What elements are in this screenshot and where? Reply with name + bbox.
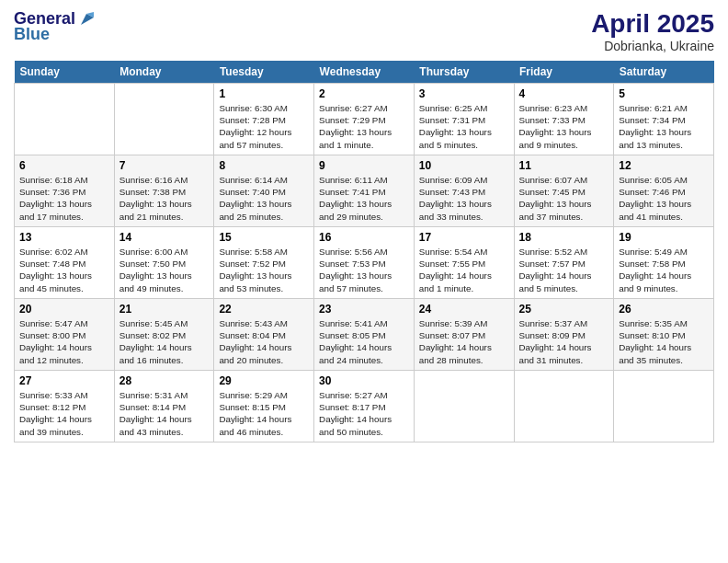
calendar-cell: 3Sunrise: 6:25 AMSunset: 7:31 PMDaylight… (414, 84, 514, 155)
calendar-cell: 21Sunrise: 5:45 AMSunset: 8:02 PMDayligh… (114, 299, 214, 371)
day-number: 7 (119, 159, 210, 172)
cell-details: Sunrise: 6:14 AMSunset: 7:40 PMDaylight:… (219, 174, 309, 223)
calendar-cell: 29Sunrise: 5:29 AMSunset: 8:15 PMDayligh… (214, 371, 314, 442)
day-number: 17 (419, 231, 509, 244)
calendar-cell: 28Sunrise: 5:31 AMSunset: 8:14 PMDayligh… (114, 371, 214, 442)
calendar-cell (114, 84, 214, 155)
day-number: 18 (519, 231, 609, 244)
calendar-cell: 20Sunrise: 5:47 AMSunset: 8:00 PMDayligh… (15, 299, 115, 371)
col-header-wednesday: Wednesday (314, 61, 415, 84)
cell-details: Sunrise: 6:11 AMSunset: 7:41 PMDaylight:… (319, 174, 409, 223)
day-number: 28 (119, 374, 210, 387)
calendar-cell: 17Sunrise: 5:54 AMSunset: 7:55 PMDayligh… (414, 227, 514, 299)
day-number: 29 (219, 374, 309, 387)
week-row-1: 1Sunrise: 6:30 AMSunset: 7:28 PMDaylight… (15, 84, 714, 155)
day-number: 3 (419, 87, 509, 100)
cell-details: Sunrise: 5:43 AMSunset: 8:04 PMDaylight:… (219, 317, 309, 366)
calendar-cell: 2Sunrise: 6:27 AMSunset: 7:29 PMDaylight… (314, 84, 415, 155)
calendar-cell: 16Sunrise: 5:56 AMSunset: 7:53 PMDayligh… (314, 227, 415, 299)
calendar-cell: 6Sunrise: 6:18 AMSunset: 7:36 PMDaylight… (15, 155, 115, 227)
calendar-cell: 10Sunrise: 6:09 AMSunset: 7:43 PMDayligh… (414, 155, 514, 227)
calendar-cell: 22Sunrise: 5:43 AMSunset: 8:04 PMDayligh… (214, 299, 314, 371)
col-header-tuesday: Tuesday (214, 61, 314, 84)
calendar-cell: 25Sunrise: 5:37 AMSunset: 8:09 PMDayligh… (514, 299, 614, 371)
day-number: 23 (319, 303, 409, 316)
cell-details: Sunrise: 6:02 AMSunset: 7:48 PMDaylight:… (19, 246, 109, 294)
cell-details: Sunrise: 5:45 AMSunset: 8:02 PMDaylight:… (119, 317, 210, 366)
day-number: 22 (219, 303, 309, 316)
cell-details: Sunrise: 6:23 AMSunset: 7:33 PMDaylight:… (519, 102, 609, 151)
cell-details: Sunrise: 6:25 AMSunset: 7:31 PMDaylight:… (419, 102, 509, 151)
day-number: 10 (419, 159, 509, 172)
week-row-5: 27Sunrise: 5:33 AMSunset: 8:12 PMDayligh… (15, 371, 714, 442)
cell-details: Sunrise: 6:16 AMSunset: 7:38 PMDaylight:… (119, 174, 210, 223)
day-number: 12 (619, 159, 709, 172)
calendar-cell: 11Sunrise: 6:07 AMSunset: 7:45 PMDayligh… (514, 155, 614, 227)
logo: General Blue (14, 9, 97, 44)
day-number: 26 (619, 303, 709, 316)
col-header-friday: Friday (514, 61, 614, 84)
calendar-cell: 8Sunrise: 6:14 AMSunset: 7:40 PMDaylight… (214, 155, 314, 227)
week-row-2: 6Sunrise: 6:18 AMSunset: 7:36 PMDaylight… (15, 155, 714, 227)
col-header-monday: Monday (114, 61, 214, 84)
cell-details: Sunrise: 5:31 AMSunset: 8:14 PMDaylight:… (119, 389, 210, 438)
title-area: April 2025 Dobrianka, Ukraine (591, 9, 714, 53)
day-number: 14 (119, 231, 210, 244)
cell-details: Sunrise: 5:41 AMSunset: 8:05 PMDaylight:… (319, 317, 409, 366)
cell-details: Sunrise: 6:05 AMSunset: 7:46 PMDaylight:… (619, 174, 709, 223)
cell-details: Sunrise: 5:29 AMSunset: 8:15 PMDaylight:… (219, 389, 309, 438)
calendar-cell: 30Sunrise: 5:27 AMSunset: 8:17 PMDayligh… (314, 371, 415, 442)
calendar-cell: 18Sunrise: 5:52 AMSunset: 7:57 PMDayligh… (514, 227, 614, 299)
day-number: 5 (619, 87, 709, 100)
col-header-sunday: Sunday (15, 61, 115, 84)
cell-details: Sunrise: 6:00 AMSunset: 7:50 PMDaylight:… (119, 246, 210, 294)
day-number: 16 (319, 231, 409, 244)
calendar-cell (514, 371, 614, 442)
logo-icon (77, 8, 97, 29)
calendar-table: SundayMondayTuesdayWednesdayThursdayFrid… (14, 61, 714, 442)
cell-details: Sunrise: 6:18 AMSunset: 7:36 PMDaylight:… (19, 174, 109, 223)
calendar-cell (15, 84, 115, 155)
calendar-cell: 5Sunrise: 6:21 AMSunset: 7:34 PMDaylight… (614, 84, 714, 155)
day-number: 2 (319, 87, 409, 100)
day-number: 13 (19, 231, 109, 244)
cell-details: Sunrise: 5:52 AMSunset: 7:57 PMDaylight:… (519, 246, 609, 294)
day-number: 4 (519, 87, 609, 100)
calendar-cell: 13Sunrise: 6:02 AMSunset: 7:48 PMDayligh… (15, 227, 115, 299)
day-number: 27 (19, 374, 109, 387)
calendar-cell: 23Sunrise: 5:41 AMSunset: 8:05 PMDayligh… (314, 299, 415, 371)
day-number: 11 (519, 159, 609, 172)
calendar-cell: 4Sunrise: 6:23 AMSunset: 7:33 PMDaylight… (514, 84, 614, 155)
col-header-thursday: Thursday (414, 61, 514, 84)
calendar-cell (614, 371, 714, 442)
cell-details: Sunrise: 6:21 AMSunset: 7:34 PMDaylight:… (619, 102, 709, 151)
calendar-cell: 26Sunrise: 5:35 AMSunset: 8:10 PMDayligh… (614, 299, 714, 371)
calendar-cell: 12Sunrise: 6:05 AMSunset: 7:46 PMDayligh… (614, 155, 714, 227)
day-number: 6 (19, 159, 109, 172)
header-row: SundayMondayTuesdayWednesdayThursdayFrid… (15, 61, 714, 84)
day-number: 24 (419, 303, 509, 316)
cell-details: Sunrise: 5:49 AMSunset: 7:58 PMDaylight:… (619, 246, 709, 294)
cell-details: Sunrise: 5:33 AMSunset: 8:12 PMDaylight:… (19, 389, 109, 438)
cell-details: Sunrise: 6:09 AMSunset: 7:43 PMDaylight:… (419, 174, 509, 223)
calendar-cell: 15Sunrise: 5:58 AMSunset: 7:52 PMDayligh… (214, 227, 314, 299)
day-number: 21 (119, 303, 210, 316)
cell-details: Sunrise: 5:39 AMSunset: 8:07 PMDaylight:… (419, 317, 509, 366)
subtitle: Dobrianka, Ukraine (591, 39, 714, 53)
cell-details: Sunrise: 5:37 AMSunset: 8:09 PMDaylight:… (519, 317, 609, 366)
week-row-3: 13Sunrise: 6:02 AMSunset: 7:48 PMDayligh… (15, 227, 714, 299)
cell-details: Sunrise: 6:30 AMSunset: 7:28 PMDaylight:… (219, 102, 309, 151)
day-number: 8 (219, 159, 309, 172)
calendar-page: General Blue April 2025 Dobrianka, Ukrai… (0, 0, 728, 563)
calendar-cell: 24Sunrise: 5:39 AMSunset: 8:07 PMDayligh… (414, 299, 514, 371)
calendar-cell: 1Sunrise: 6:30 AMSunset: 7:28 PMDaylight… (214, 84, 314, 155)
col-header-saturday: Saturday (614, 61, 714, 84)
calendar-cell: 9Sunrise: 6:11 AMSunset: 7:41 PMDaylight… (314, 155, 415, 227)
day-number: 15 (219, 231, 309, 244)
day-number: 20 (19, 303, 109, 316)
day-number: 25 (519, 303, 609, 316)
cell-details: Sunrise: 5:58 AMSunset: 7:52 PMDaylight:… (219, 246, 309, 294)
main-title: April 2025 (591, 9, 714, 39)
day-number: 9 (319, 159, 409, 172)
calendar-cell: 27Sunrise: 5:33 AMSunset: 8:12 PMDayligh… (15, 371, 115, 442)
